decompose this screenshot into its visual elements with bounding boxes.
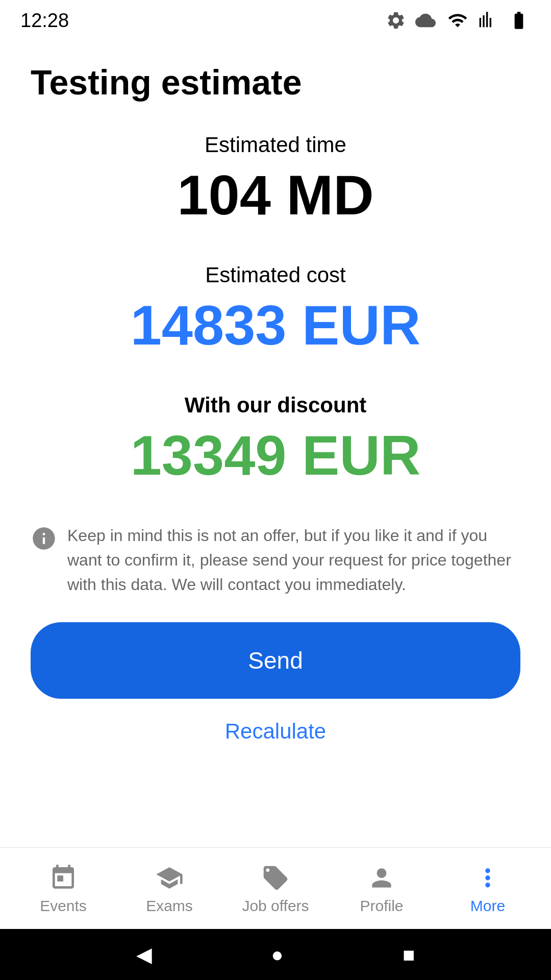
exams-label: Exams: [146, 897, 193, 915]
main-content: Testing estimate Estimated time 104 MD E…: [0, 37, 551, 847]
disclaimer-text: Keep in mind this is not an offer, but i…: [67, 523, 520, 597]
back-button[interactable]: ◀: [136, 943, 152, 966]
profile-icon: [366, 863, 397, 893]
settings-icon: [386, 10, 406, 31]
profile-label: Profile: [360, 897, 403, 915]
bottom-nav: Events Exams Job offers Profile: [0, 847, 551, 929]
events-label: Events: [40, 897, 87, 915]
estimated-cost-value: 14833 EUR: [131, 292, 421, 357]
recalculate-button[interactable]: Recalulate: [220, 714, 331, 749]
more-icon: [472, 863, 503, 893]
job-offers-icon: [260, 863, 291, 893]
status-icons: [386, 10, 531, 31]
recents-button[interactable]: ■: [403, 943, 415, 966]
send-button[interactable]: Send: [31, 622, 520, 699]
nav-item-profile[interactable]: Profile: [329, 863, 435, 915]
nav-item-events[interactable]: Events: [10, 863, 116, 915]
signal-icon: [479, 10, 499, 31]
nav-item-more[interactable]: More: [435, 863, 541, 915]
page-title: Testing estimate: [31, 62, 302, 102]
wifi-icon: [445, 10, 470, 31]
exams-icon: [154, 863, 185, 893]
events-icon: [48, 863, 79, 893]
android-nav: ◀ ● ■: [0, 929, 551, 980]
nav-item-job-offers[interactable]: Job offers: [222, 863, 329, 915]
estimated-cost-label: Estimated cost: [205, 263, 345, 287]
info-icon: [31, 525, 57, 554]
job-offers-label: Job offers: [242, 897, 309, 915]
discount-value: 13349 EUR: [131, 423, 421, 487]
battery-icon: [507, 10, 531, 31]
nav-item-exams[interactable]: Exams: [116, 863, 222, 915]
estimated-time-label: Estimated time: [205, 133, 346, 157]
cloud-icon: [414, 10, 437, 31]
home-button[interactable]: ●: [271, 943, 283, 966]
discount-label: With our discount: [185, 393, 367, 418]
disclaimer-container: Keep in mind this is not an offer, but i…: [31, 523, 520, 597]
more-label: More: [470, 897, 505, 915]
status-bar: 12:28: [0, 0, 551, 37]
status-time: 12:28: [20, 10, 69, 32]
estimated-time-value: 104 MD: [177, 162, 373, 227]
